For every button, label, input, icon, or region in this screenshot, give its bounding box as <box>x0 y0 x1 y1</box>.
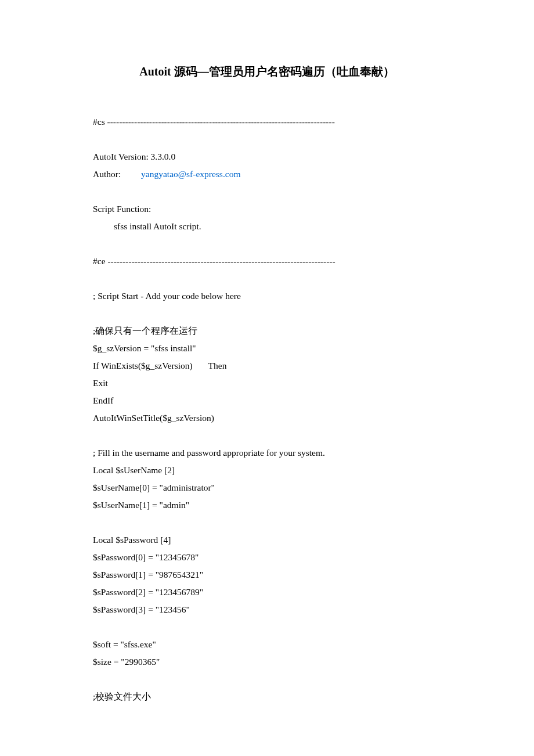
blank-line <box>93 270 441 287</box>
author-label: Author: <box>93 169 141 179</box>
code-line: sfss install AutoIt script. <box>93 218 441 235</box>
code-line: ;确保只有一个程序在运行 <box>93 322 441 340</box>
code-line: $sPassword[2] = "123456789" <box>93 584 441 601</box>
code-line: ;校验文件大小 <box>93 688 441 705</box>
blank-line <box>93 671 441 688</box>
code-line: AutoItWinSetTitle($g_szVersion) <box>93 409 441 427</box>
code-line: Local $sUserName [2] <box>93 462 441 479</box>
blank-line <box>93 131 441 148</box>
blank-line <box>93 305 441 322</box>
blank-line <box>93 235 441 253</box>
blank-line <box>93 514 441 531</box>
code-line: $soft = "sfss.exe" <box>93 636 441 653</box>
code-line: $sPassword[0] = "12345678" <box>93 549 441 566</box>
blank-line <box>93 183 441 200</box>
code-line: #ce ------------------------------------… <box>93 253 441 270</box>
code-line: $g_szVersion = "sfss install" <box>93 340 441 357</box>
code-line: AutoIt Version: 3.3.0.0 <box>93 148 441 165</box>
code-line: EndIf <box>93 392 441 409</box>
code-line: If WinExists($g_szVersion) Then <box>93 357 441 375</box>
code-line: Exit <box>93 375 441 392</box>
code-line: Script Function: <box>93 200 441 218</box>
code-line: $sUserName[0] = "administrator" <box>93 479 441 496</box>
code-line: $sPassword[3] = "123456" <box>93 601 441 618</box>
code-line: ; Fill in the username and password appr… <box>93 444 441 462</box>
author-email-link[interactable]: yangyatao@sf-express.com <box>141 169 240 179</box>
blank-line <box>93 427 441 444</box>
code-line: ; Script Start - Add your code below her… <box>93 287 441 305</box>
code-line: $sPassword[1] = "987654321" <box>93 566 441 584</box>
code-line: $sUserName[1] = "admin" <box>93 496 441 514</box>
code-line: $size = "2990365" <box>93 653 441 671</box>
code-line: #cs ------------------------------------… <box>93 113 441 131</box>
blank-line <box>93 618 441 636</box>
page-title: Autoit 源码—管理员用户名密码遍历（吐血奉献） <box>93 64 441 80</box>
code-line: Local $sPassword [4] <box>93 531 441 549</box>
code-line: Author: yangyatao@sf-express.com <box>93 165 441 183</box>
